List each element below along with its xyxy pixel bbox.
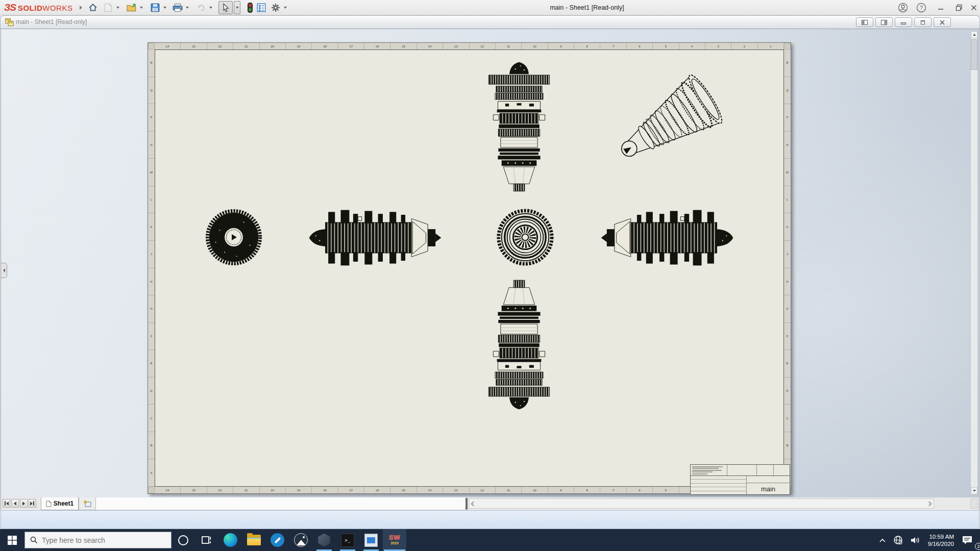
start-button[interactable]: [0, 529, 24, 551]
drawing-view-bottom[interactable]: [483, 277, 555, 410]
ruler-zone-label: N: [148, 132, 155, 159]
options-dropdown[interactable]: [282, 2, 288, 14]
ruler-zone-label: J: [784, 241, 791, 268]
featuremanager-collapsed-tab[interactable]: [1, 263, 7, 278]
taskbar-cortana[interactable]: [172, 529, 195, 551]
print-dropdown[interactable]: [184, 2, 190, 14]
ruler-zone-label: P: [784, 104, 791, 132]
tab-sheet1[interactable]: Sheet1: [41, 497, 79, 510]
tray-show-hidden-icons[interactable]: [875, 529, 890, 551]
ruler-zone-label: F: [784, 323, 791, 350]
tray-volume[interactable]: [906, 529, 924, 551]
doc-panel-right-button[interactable]: [875, 17, 893, 27]
pane-splitter-handle[interactable]: [465, 498, 468, 510]
tray-clock[interactable]: 10:59 AM 9/16/2020: [924, 533, 958, 547]
doc-panel-left-button[interactable]: [856, 17, 873, 27]
ruler-zone-label: 10: [522, 43, 548, 49]
solidworks-year-text: 2020: [390, 540, 399, 546]
horizontal-scrollbar[interactable]: [469, 498, 934, 509]
command-prompt-icon: >_: [341, 534, 354, 547]
first-sheet-button[interactable]: [3, 499, 10, 508]
scroll-left-icon[interactable]: [471, 502, 476, 507]
drawing-document-icon: [5, 18, 14, 26]
ruler-corner: [148, 43, 155, 49]
taskbar-solidworks[interactable]: SW 2020: [383, 529, 406, 551]
title-block-cell: [727, 465, 757, 475]
vertical-scroll-thumb[interactable]: [971, 39, 977, 70]
select-tool-button[interactable]: [218, 1, 233, 14]
taskbar-file-explorer[interactable]: [242, 529, 265, 551]
home-button[interactable]: [87, 2, 99, 14]
drawing-view-side-right[interactable]: [600, 207, 734, 268]
vertical-scrollbar[interactable]: [970, 31, 978, 495]
taskbar-search[interactable]: [24, 532, 172, 548]
drawing-view-rear[interactable]: [495, 207, 555, 267]
graphics-area[interactable]: 242322212019181716151413121110987654321 …: [1, 29, 979, 497]
taskbar-photos[interactable]: [289, 529, 312, 551]
search-icon: [30, 536, 38, 544]
first-icon: [6, 502, 9, 506]
panel-left-icon: [862, 20, 868, 25]
sheet-drawing-area[interactable]: main: [155, 49, 784, 487]
help-button[interactable]: ?: [913, 0, 930, 15]
scroll-up-button[interactable]: [971, 31, 977, 38]
restore-button[interactable]: [950, 0, 968, 15]
taskbar-remote-window-app[interactable]: [359, 529, 383, 551]
add-sheet-button[interactable]: [79, 497, 96, 510]
solidworks-sw-text: SW: [389, 535, 400, 540]
doc-minimize-icon: [901, 20, 906, 24]
sheet-tab-label: Sheet1: [54, 500, 74, 507]
sheet-icon: [46, 500, 52, 507]
previous-sheet-button[interactable]: [11, 499, 19, 508]
doc-close-button[interactable]: [934, 17, 951, 27]
ruler-zone-label: D: [784, 378, 791, 405]
scroll-right-icon[interactable]: [927, 502, 932, 507]
open-dropdown[interactable]: [138, 2, 144, 14]
ruler-zone-label: 13: [443, 487, 469, 493]
close-button[interactable]: [968, 0, 980, 15]
ruler-zone-label: E: [148, 350, 155, 378]
select-tool-dropdown[interactable]: [234, 1, 240, 14]
ruler-zone-label: 11: [496, 487, 522, 493]
minimize-button[interactable]: [932, 0, 949, 15]
drawing-view-front-fan[interactable]: [204, 207, 264, 267]
save-button[interactable]: [149, 2, 161, 14]
print-button[interactable]: [172, 2, 184, 14]
account-button[interactable]: [894, 0, 912, 15]
speaker-icon: [910, 536, 920, 545]
ruler-zone-label: 11: [496, 43, 522, 49]
taskbar-settings-tools[interactable]: [265, 529, 289, 551]
taskbar-task-view[interactable]: [195, 529, 218, 551]
doc-restore-button[interactable]: [914, 17, 932, 27]
new-document-dropdown[interactable]: [114, 2, 121, 14]
rebuild-button[interactable]: [244, 2, 256, 14]
doc-minimize-button[interactable]: [895, 17, 912, 27]
last-sheet-button[interactable]: [29, 499, 36, 508]
minimize-icon: [938, 5, 944, 11]
ruler-zone-label: 15: [390, 43, 416, 49]
drawing-sheet[interactable]: 242322212019181716151413121110987654321 …: [148, 42, 791, 494]
menu-flyout-arrow-icon[interactable]: [80, 6, 82, 10]
action-center-button[interactable]: 2: [958, 529, 980, 551]
ruler-zone-label: 17: [338, 487, 364, 493]
save-dropdown[interactable]: [161, 2, 168, 14]
tray-network[interactable]: [890, 529, 906, 551]
taskbar-edge[interactable]: [218, 529, 242, 551]
last-icon: [30, 502, 33, 506]
drawing-view-side-left[interactable]: [308, 207, 443, 268]
file-properties-button[interactable]: [255, 2, 267, 14]
ruler-zone-label: 4: [679, 43, 705, 49]
solidworks-logo[interactable]: ЗS SOLID WORKS: [4, 2, 82, 13]
search-input[interactable]: [42, 536, 154, 544]
drawing-view-top[interactable]: [483, 61, 555, 195]
taskbar-hexagon-app[interactable]: [312, 529, 336, 551]
ruler-zone-label: 24: [155, 487, 181, 493]
options-button[interactable]: [270, 2, 282, 14]
taskbar-command-prompt[interactable]: >_: [336, 529, 359, 551]
open-button[interactable]: [126, 2, 138, 14]
ruler-zone-label: 22: [207, 487, 233, 493]
next-sheet-button[interactable]: [20, 499, 28, 508]
ruler-zone-label: R: [148, 49, 155, 77]
drawing-view-isometric[interactable]: [611, 74, 731, 168]
scroll-down-button[interactable]: [971, 487, 977, 494]
